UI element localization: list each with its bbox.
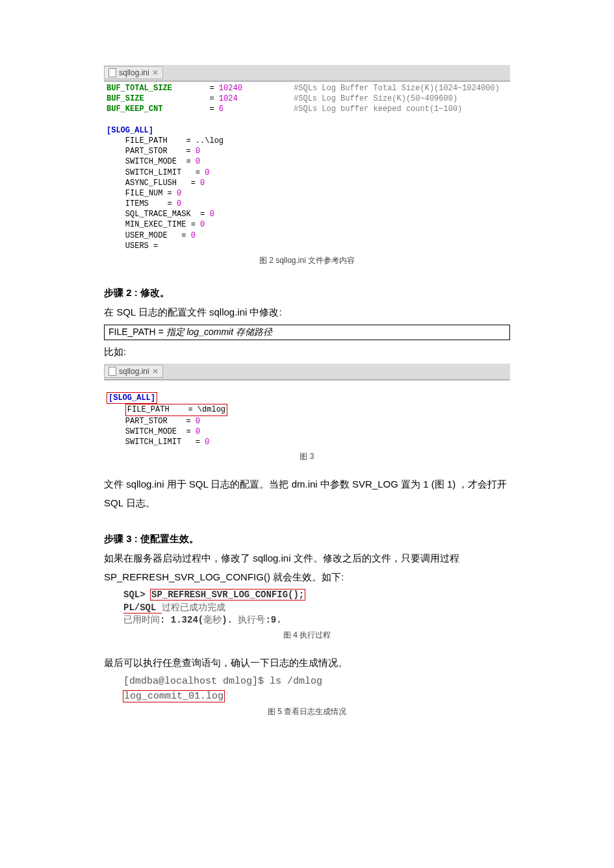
step-3-title: 步骤 3 : 使配置生效。 [104,533,510,545]
step-2-title: 步骤 2 : 修改。 [104,287,510,299]
code-content: BUF_TOTAL_SIZE = 10240 #SQLs Log Buffer … [104,81,510,253]
file-icon [109,68,116,77]
underline-span: PL/SQL [123,602,162,614]
highlight-file-path: FILE_PATH = \dmlog [125,404,227,415]
figure-5-caption: 图 5 查看日志生成情况 [104,706,510,717]
highlight-section: [SLOG_ALL] [107,392,157,404]
figure-4-caption: 图 4 执行过程 [104,630,510,641]
step-2-intro: 在 SQL 日志的配置文件 sqllog.ini 中修改: [104,303,510,322]
figure-4-terminal: SQL> SP_REFRESH_SVR_LOG_CONFIG(); PL/SQL… [104,589,510,627]
code-content: [SLOG_ALL] FILE_PATH = \dmlog PART_STOR … [104,380,510,449]
after-fig4-text: 最后可以执行任意查询语句，确认一下日志的生成情况。 [104,654,510,673]
figure-3: sqllog.ini ✕ [SLOG_ALL] FILE_PATH = \dml… [104,364,510,462]
figure-3-caption: 图 3 [104,451,510,462]
editor-tab[interactable]: sqllog.ini ✕ [104,66,163,79]
tab-label: sqllog.ini [119,367,149,376]
bijiao-label: 比如: [104,343,510,362]
config-box: FILE_PATH = 指定 log_commit 存储路径 [104,325,510,340]
file-icon [109,367,116,376]
step-3-text: 如果在服务器启动过程中，修改了 sqllog.ini 文件。修改之后的文件，只要… [104,549,510,586]
figure-5-terminal: [dmdba@localhost dmlog]$ ls /dmlog log_c… [104,675,510,704]
after-fig3-text: 文件 sqllog.ini 用于 SQL 日志的配置。当把 dm.ini 中参数… [104,475,510,512]
tab-label: sqllog.ini [119,68,149,77]
highlight-log-file: log_commit_01.log [123,691,224,702]
editor-tab[interactable]: sqllog.ini ✕ [104,365,163,378]
close-icon[interactable]: ✕ [152,68,159,77]
figure-2: sqllog.ini ✕ BUF_TOTAL_SIZE = 10240 #SQL… [104,65,510,266]
highlight-sql-cmd: SP_REFRESH_SVR_LOG_CONFIG(); [151,589,305,600]
tab-bar: sqllog.ini ✕ [104,65,510,81]
figure-2-caption: 图 2 sqllog.ini 文件参考内容 [104,255,510,266]
close-icon[interactable]: ✕ [152,367,159,376]
tab-bar: sqllog.ini ✕ [104,364,510,380]
